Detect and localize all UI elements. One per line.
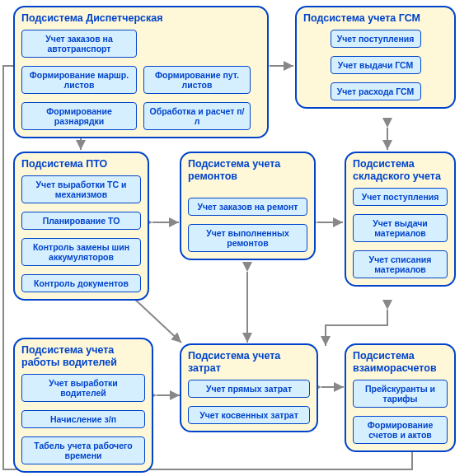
svg-line-8 [132,296,181,343]
box-invoices: Формирование счетов и актов [353,416,448,444]
box-timesheet: Табель учета рабочего времени [21,436,145,464]
box-tire-battery: Контроль замены шин аккумуляторов [21,238,141,266]
subsystem-title: Подсистема ПТО [21,158,141,170]
box-gsm-issue: Учет выдачи ГСМ [331,56,421,74]
box-assignment: Формирование разнарядки [21,102,137,130]
subsystem-title: Подсистема учета затрат [188,350,310,375]
box-route-sheets: Формирование маршр. листов [21,66,137,94]
box-orders: Учет заказов на автотранспорт [21,30,137,58]
subsystem-repairs: Подсистема учета ремонтов Учет заказов н… [180,152,316,260]
subsystem-settlements: Подсистема взаиморасчетов Прейскуранты и… [345,343,456,452]
box-wh-writeoff: Учет списания материалов [353,250,448,278]
box-trip-sheets: Формирование пут. листов [143,66,251,94]
subsystem-pto: Подсистема ПТО Учет выработки ТС и механ… [13,152,149,301]
subsystem-dispatch: Подсистема Диспетчерская Учет заказов на… [13,6,269,138]
subsystem-title: Подсистема учета работы водителей [21,344,145,369]
subsystem-title: Подсистема учета ремонтов [188,158,307,183]
box-repair-orders: Учет заказов на ремонт [188,198,307,216]
box-doc-control: Контроль документов [21,274,141,292]
diagram-canvas: Подсистема Диспетчерская Учет заказов на… [0,0,469,476]
subsystem-title: Подсистема складского учета [353,158,448,183]
box-maintenance-plan: Планирование ТО [21,212,141,230]
subsystem-drivers: Подсистема учета работы водителей Учет в… [13,338,153,473]
subsystem-warehouse: Подсистема складского учета Учет поступл… [345,152,456,287]
box-wh-receipt: Учет поступления [353,188,448,206]
box-payroll: Начисление з/п [21,410,145,428]
box-processing: Обработка и расчет п/л [143,102,251,130]
subsystem-costs: Подсистема учета затрат Учет прямых затр… [180,343,318,432]
box-direct-costs: Учет прямых затрат [188,380,310,398]
box-vehicle-output: Учет выработки ТС и механизмов [21,175,141,203]
box-driver-output: Учет выработки водителей [21,374,145,402]
box-gsm-receipt: Учет поступления [331,30,421,48]
subsystem-title: Подсистема учета ГСМ [303,12,448,25]
box-wh-issue: Учет выдачи материалов [353,214,448,242]
box-gsm-consumption: Учет расхода ГСМ [331,82,421,100]
subsystem-gsm: Подсистема учета ГСМ Учет поступления Уч… [295,6,456,109]
subsystem-title: Подсистема Диспетчерская [21,12,260,25]
box-indirect-costs: Учет косвенных затрат [188,406,310,424]
box-repairs-done: Учет выполненных ремонтов [188,224,307,252]
subsystem-title: Подсистема взаиморасчетов [353,350,448,375]
box-pricelists: Прейскуранты и тарифы [353,380,448,408]
